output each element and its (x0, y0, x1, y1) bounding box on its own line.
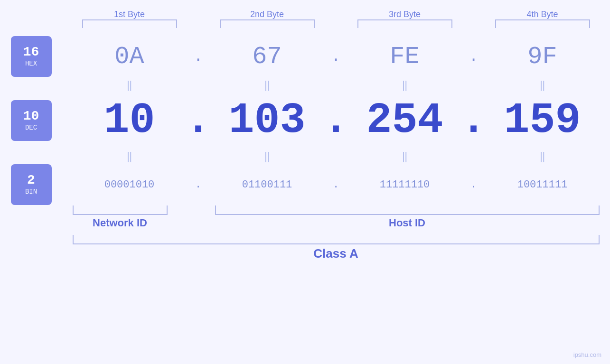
equals-1-3: ‖ (348, 79, 462, 92)
hex-dot-2: . (324, 48, 348, 65)
host-id-label: Host ID (215, 217, 600, 229)
bin-badge-label: BIN (25, 188, 37, 196)
dec-val-3: 254 (348, 96, 462, 145)
bin-dot-3: . (462, 179, 486, 191)
bin-dot-2: . (324, 179, 348, 191)
equals-2-4: ‖ (486, 150, 600, 163)
bin-val-3: 11111110 (348, 179, 462, 191)
dec-val-1: 10 (73, 96, 187, 145)
header-byte-2: 2nd Byte (210, 9, 324, 28)
bin-val-1: 00001010 (73, 179, 187, 191)
byte-1-label: 1st Byte (114, 9, 145, 19)
dec-badge-col: 10 DEC (11, 100, 73, 141)
class-label-row: Class A (11, 246, 600, 261)
hex-dot-1: . (187, 48, 210, 65)
hex-row: 16 HEX 0A . 67 . FE . 9F (11, 37, 600, 75)
bin-val-2: 01100111 (210, 179, 324, 191)
bracket-bottom-row (11, 205, 600, 215)
watermark: ipshu.com (573, 351, 601, 358)
hex-badge: 16 HEX (11, 36, 52, 77)
equals-row-1: ‖ ‖ ‖ ‖ (11, 75, 600, 94)
network-id-label: Network ID (73, 217, 168, 229)
class-a-bracket (73, 235, 600, 244)
hex-val-4: 9F (486, 43, 600, 71)
equals-1-4: ‖ (486, 79, 600, 92)
dec-badge: 10 DEC (11, 100, 52, 141)
hex-badge-label: HEX (25, 60, 37, 67)
byte-4-label: 4th Byte (526, 9, 558, 19)
equals-1-1: ‖ (73, 79, 187, 92)
equals-1-2: ‖ (210, 79, 324, 92)
dec-dot-1: . (187, 96, 210, 145)
dec-badge-num: 10 (23, 110, 39, 123)
bin-val-4: 10011111 (486, 179, 600, 191)
hex-badge-col: 16 HEX (11, 36, 73, 77)
dec-dot-2: . (324, 96, 348, 145)
label-row: Network ID Host ID (11, 217, 600, 229)
bin-badge: 2 BIN (11, 164, 52, 205)
equals-2-2: ‖ (210, 150, 324, 163)
equals-2-1: ‖ (73, 150, 187, 163)
bin-dot-1: . (187, 179, 210, 191)
dec-val-2: 103 (210, 96, 324, 145)
dec-dot-3: . (462, 96, 486, 145)
hex-val-1: 0A (73, 43, 187, 71)
bracket-network-id (73, 205, 168, 215)
dec-val-4: 159 (486, 96, 600, 145)
class-bracket-row (11, 235, 600, 244)
hex-dot-3: . (462, 48, 486, 65)
dec-row: 10 DEC 10 . 103 . 254 . 159 (11, 94, 600, 147)
hex-val-3: FE (348, 43, 462, 71)
byte-3-label: 3rd Byte (389, 9, 421, 19)
bracket-top-3 (357, 19, 452, 28)
class-a-label: Class A (73, 246, 600, 261)
byte-2-label: 2nd Byte (250, 9, 284, 19)
bracket-top-1 (82, 19, 177, 28)
bin-row: 2 BIN 00001010 . 01100111 . 11111110 . 1… (11, 166, 600, 204)
header-byte-4: 4th Byte (486, 9, 600, 28)
bottom-area: Network ID Host ID Class A (11, 205, 600, 261)
equals-2-3: ‖ (348, 150, 462, 163)
hex-badge-num: 16 (23, 46, 39, 59)
header-row: 1st Byte 2nd Byte 3rd Byte 4th Byte (11, 9, 600, 28)
dec-badge-label: DEC (25, 124, 37, 131)
header-byte-1: 1st Byte (73, 9, 187, 28)
equals-row-2: ‖ ‖ ‖ ‖ (11, 147, 600, 166)
header-byte-3: 3rd Byte (348, 9, 462, 28)
bin-badge-num: 2 (27, 174, 35, 187)
bin-badge-col: 2 BIN (11, 164, 73, 205)
bracket-top-2 (220, 19, 315, 28)
bracket-host-id (215, 205, 600, 215)
bracket-top-4 (495, 19, 590, 28)
hex-val-2: 67 (210, 43, 324, 71)
